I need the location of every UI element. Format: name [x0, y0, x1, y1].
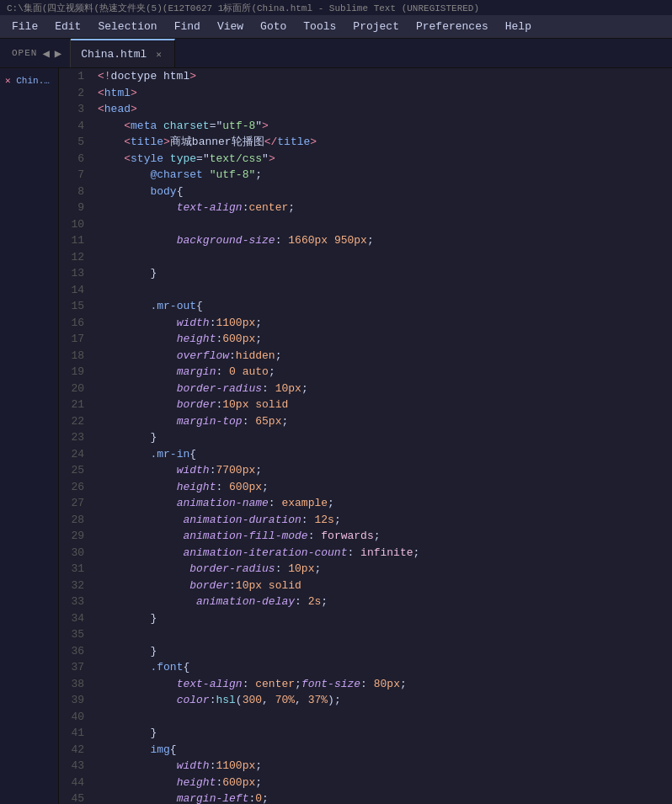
- line-number: 5: [66, 134, 84, 151]
- line-number: 30: [66, 545, 84, 562]
- title-text: C:\集面(四立视频料(热速文件夹(5)(E12T0627 1标面所(China…: [7, 2, 479, 14]
- line-number: 25: [66, 462, 84, 479]
- code-line: margin-top: 65px;: [98, 413, 672, 430]
- line-number: 4: [66, 118, 84, 135]
- code-line: [98, 709, 672, 726]
- line-number: 20: [66, 381, 84, 397]
- menu-selection[interactable]: Selection: [89, 17, 165, 36]
- line-number: 38: [66, 676, 84, 693]
- line-number: 24: [66, 446, 84, 463]
- code-line: <head>: [98, 101, 672, 118]
- code-line: margin-left:0;: [98, 791, 672, 804]
- line-number: 22: [66, 413, 84, 430]
- code-line: color:hsl(300, 70%, 37%);: [98, 692, 672, 709]
- menu-project[interactable]: Project: [344, 17, 408, 36]
- code-line: animation-fill-mode: forwards;: [98, 528, 672, 545]
- code-line: <!doctype html>: [98, 68, 672, 85]
- code-line: }: [98, 429, 672, 446]
- code-line: [98, 282, 672, 299]
- code-line: [98, 249, 672, 266]
- menu-help[interactable]: Help: [497, 17, 540, 36]
- code-line: }: [98, 610, 672, 627]
- code-line: width:1100px;: [98, 758, 672, 775]
- main-area: ✕ Chin... 123456789101112131415161718192…: [0, 68, 672, 804]
- line-number: 16: [66, 315, 84, 332]
- menu-goto[interactable]: Goto: [252, 17, 295, 36]
- code-line: animation-delay: 2s;: [98, 594, 672, 610]
- code-line: border:10px solid: [98, 397, 672, 413]
- side-panel: ✕ Chin...: [0, 68, 59, 804]
- tab-close-button[interactable]: ✕: [153, 48, 164, 61]
- line-number: 32: [66, 578, 84, 594]
- line-number: 17: [66, 331, 84, 348]
- code-line: height: 600px;: [98, 479, 672, 496]
- menu-edit[interactable]: Edit: [46, 17, 89, 36]
- open-label: OPEN: [7, 48, 40, 58]
- line-number: 6: [66, 151, 84, 168]
- code-line: <style type="text/css">: [98, 151, 672, 168]
- code-line: height:600px;: [98, 331, 672, 348]
- code-line: <meta charset="utf-8">: [98, 118, 672, 135]
- code-line: text-align: center;font-size: 80px;: [98, 676, 672, 693]
- line-number: 7: [66, 167, 84, 184]
- line-number: 45: [66, 791, 84, 804]
- line-number: 31: [66, 561, 84, 578]
- code-line: @charset "utf-8";: [98, 167, 672, 184]
- code-line: animation-name: example;: [98, 495, 672, 512]
- line-number: 36: [66, 643, 84, 660]
- line-number: 33: [66, 594, 84, 610]
- code-line: <title>商城banner轮播图</title>: [98, 134, 672, 151]
- menu-view[interactable]: View: [209, 17, 252, 36]
- code-line: animation-duration: 12s;: [98, 512, 672, 529]
- code-line: body{: [98, 184, 672, 200]
- line-number: 41: [66, 725, 84, 742]
- sidebar-file-label: Chin...: [16, 76, 55, 86]
- code-line: width:1100px;: [98, 315, 672, 332]
- line-number: 3: [66, 101, 84, 118]
- line-number: 28: [66, 512, 84, 529]
- line-number: 42: [66, 742, 84, 759]
- nav-arrows: ◀ ▶: [40, 46, 63, 61]
- line-numbers: 1234567891011121314151617181920212223242…: [59, 68, 94, 804]
- code-line: border-radius: 10px;: [98, 381, 672, 397]
- code-line: }: [98, 725, 672, 742]
- line-number: 29: [66, 528, 84, 545]
- menu-file[interactable]: File: [3, 17, 46, 36]
- menu-find[interactable]: Find: [166, 17, 209, 36]
- title-bar: C:\集面(四立视频料(热速文件夹(5)(E12T0627 1标面所(China…: [0, 0, 672, 15]
- sidebar-toggle: OPEN ◀ ▶: [0, 39, 71, 67]
- line-number: 27: [66, 495, 84, 512]
- code-line: }: [98, 265, 672, 282]
- code-line: text-align:center;: [98, 200, 672, 216]
- line-number: 44: [66, 775, 84, 791]
- code-line: <html>: [98, 85, 672, 102]
- line-number: 2: [66, 85, 84, 102]
- line-number: 11: [66, 232, 84, 249]
- line-number: 9: [66, 200, 84, 216]
- code-line: margin: 0 auto;: [98, 364, 672, 381]
- sidebar-file-item[interactable]: ✕ Chin...: [0, 72, 58, 89]
- menu-tools[interactable]: Tools: [295, 17, 344, 36]
- tab-china-html[interactable]: China.html ✕: [71, 39, 175, 67]
- line-number: 43: [66, 758, 84, 775]
- line-number: 37: [66, 659, 84, 676]
- line-number: 1: [66, 68, 84, 85]
- line-number: 23: [66, 429, 84, 446]
- line-number: 15: [66, 298, 84, 315]
- line-number: 34: [66, 610, 84, 627]
- nav-right-icon[interactable]: ▶: [53, 46, 63, 61]
- code-lines[interactable]: <!doctype html><html><head> <meta charse…: [94, 68, 672, 804]
- menu-preferences[interactable]: Preferences: [408, 17, 497, 36]
- tab-label: China.html: [81, 48, 147, 61]
- line-number: 14: [66, 282, 84, 299]
- nav-left-icon[interactable]: ◀: [40, 46, 51, 61]
- line-number: 12: [66, 249, 84, 266]
- line-number: 13: [66, 265, 84, 282]
- line-number: 26: [66, 479, 84, 496]
- code-line: [98, 626, 672, 643]
- line-number: 39: [66, 692, 84, 709]
- tab-bar: OPEN ◀ ▶ China.html ✕: [0, 39, 672, 68]
- code-line: }: [98, 643, 672, 660]
- menu-bar: File Edit Selection Find View Goto Tools…: [0, 15, 672, 39]
- code-line: border-radius: 10px;: [98, 561, 672, 578]
